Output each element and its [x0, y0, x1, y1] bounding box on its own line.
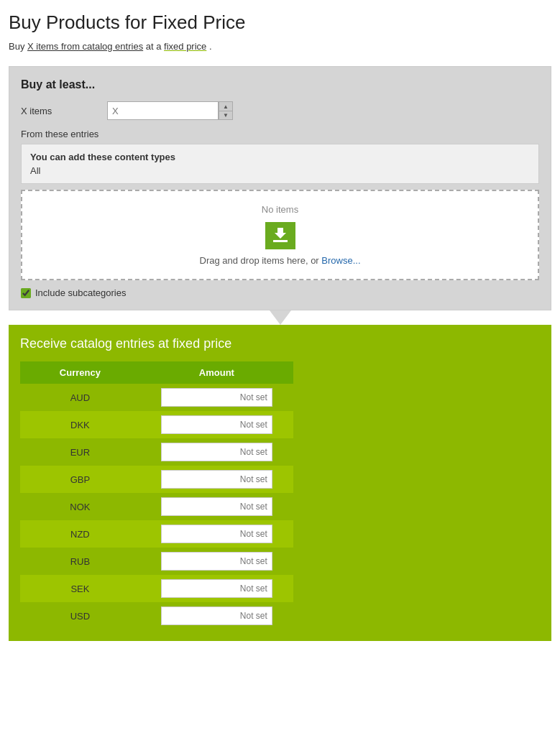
currency-code-cell: AUD: [20, 384, 140, 411]
table-row: GBP: [20, 466, 293, 493]
x-items-spinner: ▲ ▼: [107, 101, 233, 120]
amount-input-eur[interactable]: [161, 443, 272, 461]
drag-drop-label: Drag and drop items here, or: [200, 255, 322, 266]
drop-text: Drag and drop items here, or Browse...: [35, 255, 525, 266]
content-types-title: You can add these content types: [30, 152, 530, 162]
table-row: DKK: [20, 411, 293, 438]
currency-code-cell: NZD: [20, 520, 140, 548]
subtitle-prefix: Buy: [9, 41, 27, 52]
amount-cell: [140, 575, 293, 602]
receive-section: Receive catalog entries at fixed price C…: [9, 325, 551, 641]
from-entries-label: From these entries: [21, 129, 539, 139]
drop-icon: [265, 222, 295, 249]
spinner-down-button[interactable]: ▼: [219, 111, 233, 120]
amount-input-rub[interactable]: [161, 552, 272, 571]
amount-input-sek[interactable]: [161, 579, 272, 598]
arrow-down-icon: [270, 310, 291, 325]
buy-section-title: Buy at least...: [21, 78, 539, 91]
table-header-row: Currency Amount: [20, 361, 293, 384]
amount-column-header: Amount: [140, 361, 293, 384]
amount-input-aud[interactable]: [161, 388, 272, 407]
download-icon: [272, 228, 289, 244]
include-subcategories-row: Include subcategories: [21, 287, 539, 298]
currency-table: Currency Amount AUDDKKEURGBPNOKNZDRUBSEK…: [20, 361, 293, 629]
currency-code-cell: USD: [20, 602, 140, 629]
page-subtitle: Buy X items from catalog entries at a fi…: [9, 41, 551, 52]
currency-code-cell: SEK: [20, 575, 140, 602]
receive-title: Receive catalog entries at fixed price: [20, 336, 540, 351]
currency-code-cell: DKK: [20, 411, 140, 438]
browse-link[interactable]: Browse...: [321, 255, 360, 266]
amount-cell: [140, 548, 293, 575]
table-row: USD: [20, 602, 293, 629]
buy-section: Buy at least... X items ▲ ▼ From these e…: [9, 66, 551, 310]
currency-code-cell: EUR: [20, 438, 140, 466]
amount-input-nok[interactable]: [161, 497, 272, 516]
currency-column-header: Currency: [20, 361, 140, 384]
table-row: RUB: [20, 548, 293, 575]
x-items-input[interactable]: [107, 101, 219, 120]
subtitle-fixed-price: fixed price: [164, 41, 206, 52]
currency-code-cell: GBP: [20, 466, 140, 493]
subtitle-end: .: [209, 41, 212, 52]
drop-zone[interactable]: No items Drag and drop items here, or Br…: [21, 190, 539, 280]
amount-input-usd[interactable]: [161, 606, 272, 625]
subtitle-x-items: X items from catalog entries: [27, 41, 143, 52]
amount-cell: [140, 384, 293, 411]
amount-cell: [140, 466, 293, 493]
amount-cell: [140, 493, 293, 520]
table-row: NZD: [20, 520, 293, 548]
amount-cell: [140, 438, 293, 466]
amount-cell: [140, 602, 293, 629]
subtitle-middle: at a: [146, 41, 164, 52]
currency-table-body: AUDDKKEURGBPNOKNZDRUBSEKUSD: [20, 384, 293, 629]
amount-input-gbp[interactable]: [161, 470, 272, 489]
include-subcategories-checkbox[interactable]: [21, 288, 31, 298]
content-types-value: All: [30, 165, 530, 176]
currency-code-cell: NOK: [20, 493, 140, 520]
spinner-up-button[interactable]: ▲: [219, 101, 233, 111]
content-types-box: You can add these content types All: [21, 144, 539, 184]
amount-input-nzd[interactable]: [161, 525, 272, 543]
page-header: Buy Products for Fixed Price Buy X items…: [0, 0, 560, 66]
table-row: NOK: [20, 493, 293, 520]
amount-cell: [140, 411, 293, 438]
amount-cell: [140, 520, 293, 548]
spinner-buttons: ▲ ▼: [219, 101, 233, 120]
no-items-label: No items: [35, 204, 525, 215]
table-row: SEK: [20, 575, 293, 602]
include-subcategories-label[interactable]: Include subcategories: [35, 287, 126, 298]
svg-rect-0: [273, 240, 288, 242]
page-title: Buy Products for Fixed Price: [9, 11, 551, 34]
x-items-row: X items ▲ ▼: [21, 101, 539, 120]
currency-code-cell: RUB: [20, 548, 140, 575]
table-row: AUD: [20, 384, 293, 411]
arrow-connector: [270, 310, 291, 325]
x-items-label: X items: [21, 106, 107, 116]
table-row: EUR: [20, 438, 293, 466]
amount-input-dkk[interactable]: [161, 415, 272, 434]
